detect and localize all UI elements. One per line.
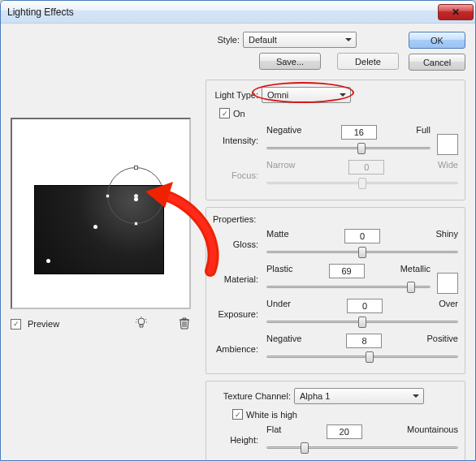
material-slider[interactable] <box>266 279 431 294</box>
ambience-slider[interactable] <box>266 349 458 364</box>
window-title: Lighting Effects <box>7 6 74 18</box>
gloss-slider[interactable] <box>266 244 458 259</box>
save-label: Save... <box>276 57 304 67</box>
focus-label: Focus: <box>213 170 262 180</box>
light-gizmo[interactable] <box>107 167 164 224</box>
focus-slider <box>266 175 458 190</box>
intensity-label: Intensity: <box>213 136 262 145</box>
height-slider[interactable] <box>266 440 458 455</box>
delete-button: Delete <box>337 53 399 70</box>
style-select[interactable]: Default <box>243 32 357 48</box>
ambience-value[interactable]: 8 <box>346 334 382 348</box>
properties-group: Properties: Gloss: Matte0Shiny Material:… <box>206 207 465 374</box>
texture-channel-label: Texture Channel: <box>213 391 294 401</box>
exposure-left: Under <box>266 299 291 313</box>
cancel-label: Cancel <box>423 58 451 67</box>
material-left: Plastic <box>266 264 292 278</box>
height-label: Height: <box>213 435 262 445</box>
on-checkbox[interactable]: ✓ <box>219 108 230 118</box>
texture-value: Alpha 1 <box>300 391 330 401</box>
titlebar[interactable]: Lighting Effects ✕ <box>1 1 475 24</box>
exposure-label: Exposure: <box>213 309 262 319</box>
close-icon: ✕ <box>452 6 460 18</box>
ambience-right: Positive <box>426 334 458 348</box>
on-label: On <box>233 109 245 118</box>
light-color-swatch[interactable] <box>437 134 458 155</box>
light-type-group: Light Type: Omni ✓ On Intensity: Negativ… <box>206 80 465 200</box>
svg-point-0 <box>138 318 145 325</box>
preview-checkbox[interactable]: ✓ <box>11 319 21 330</box>
height-value[interactable]: 20 <box>327 424 362 439</box>
light-type-label: Light Type: <box>213 90 262 100</box>
close-button[interactable]: ✕ <box>438 4 474 20</box>
ok-button[interactable]: OK <box>409 32 465 49</box>
ambience-left: Negative <box>266 334 301 348</box>
intensity-value[interactable]: 16 <box>341 125 377 140</box>
gloss-left: Matte <box>266 229 289 243</box>
intensity-slider[interactable] <box>266 140 431 155</box>
ambient-color-swatch[interactable] <box>437 273 458 294</box>
style-value: Default <box>249 35 277 45</box>
ambience-label: Ambience: <box>213 344 262 354</box>
white-is-high-checkbox[interactable]: ✓ <box>232 409 243 420</box>
exposure-slider[interactable] <box>266 314 458 329</box>
intensity-left: Negative <box>266 125 301 140</box>
preview-label: Preview <box>28 319 59 329</box>
style-label: Style: <box>206 35 243 45</box>
focus-left: Narrow <box>266 160 295 174</box>
light-bulb-icon[interactable] <box>134 316 149 332</box>
height-left: Flat <box>266 424 281 439</box>
ok-label: OK <box>431 36 444 45</box>
focus-value: 0 <box>348 160 384 174</box>
focus-right: Wide <box>438 160 458 174</box>
texture-channel-select[interactable]: Alpha 1 <box>294 388 424 404</box>
light-type-value: Omni <box>267 90 288 100</box>
height-right: Mountainous <box>407 424 458 439</box>
gloss-right: Shiny <box>435 229 458 243</box>
exposure-right: Over <box>439 299 458 313</box>
intensity-right: Full <box>416 125 431 140</box>
cancel-button[interactable]: Cancel <box>409 54 465 71</box>
white-is-high-label: White is high <box>246 410 297 420</box>
trash-icon[interactable] <box>178 316 191 332</box>
exposure-value[interactable]: 0 <box>347 299 383 313</box>
texture-group: Texture Channel: Alpha 1 ✓ White is high… <box>206 381 465 461</box>
lighting-effects-dialog: Lighting Effects ✕ OK Cancel Style: Defa… <box>0 0 476 461</box>
material-value[interactable]: 69 <box>329 264 365 278</box>
properties-label: Properties: <box>213 214 458 224</box>
gloss-label: Gloss: <box>213 239 262 249</box>
material-label: Material: <box>213 274 262 284</box>
light-type-select[interactable]: Omni <box>262 87 351 103</box>
gloss-value[interactable]: 0 <box>344 229 380 243</box>
save-button[interactable]: Save... <box>259 53 321 70</box>
preview-canvas[interactable] <box>11 118 191 309</box>
material-right: Metallic <box>400 264 431 278</box>
delete-label: Delete <box>355 57 381 67</box>
